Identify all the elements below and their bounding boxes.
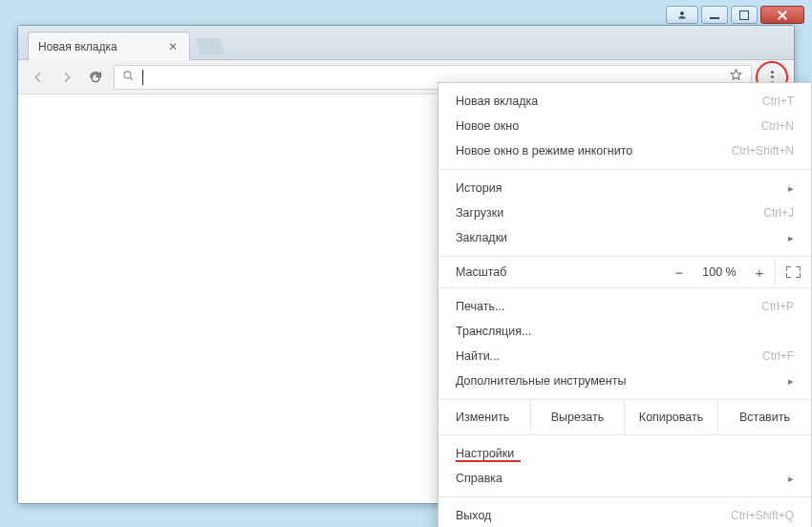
menu-edit-row: Изменить Вырезать Копировать Вставить <box>438 400 811 434</box>
profile-button[interactable] <box>666 6 698 24</box>
menu-history[interactable]: История ▸ <box>438 176 811 200</box>
menu-item-label: Новое окно в режиме инкогнито <box>456 144 632 158</box>
menu-find[interactable]: Найти... Ctrl+F <box>438 344 811 369</box>
menu-exit[interactable]: Выход Ctrl+Shift+Q <box>438 503 811 527</box>
menu-item-label: Справка <box>456 472 502 485</box>
menu-new-tab[interactable]: Новая вкладка Ctrl+T <box>438 89 811 114</box>
back-button[interactable] <box>28 67 49 88</box>
zoom-value: 100 % <box>694 265 744 279</box>
menu-item-shortcut: Ctrl+F <box>762 349 794 363</box>
search-icon <box>122 69 135 86</box>
edit-paste-button[interactable]: Вставить <box>717 400 811 434</box>
zoom-in-button[interactable]: + <box>744 259 775 285</box>
chevron-right-icon: ▸ <box>788 182 794 195</box>
edit-cut-button[interactable]: Вырезать <box>530 400 624 434</box>
menu-new-window[interactable]: Новое окно Ctrl+N <box>438 114 811 138</box>
new-tab-button[interactable] <box>195 38 226 55</box>
zoom-controls: − 100 % + <box>664 259 811 285</box>
menu-item-shortcut: Ctrl+Shift+N <box>732 144 794 158</box>
reload-button[interactable] <box>85 67 106 88</box>
menu-incognito[interactable]: Новое окно в режиме инкогнито Ctrl+Shift… <box>438 138 811 163</box>
menu-item-label: Новая вкладка <box>456 95 538 108</box>
chevron-right-icon: ▸ <box>788 473 794 485</box>
fullscreen-icon <box>796 266 801 271</box>
menu-cast[interactable]: Трансляция... <box>438 319 811 344</box>
menu-settings[interactable]: Настройки <box>438 441 811 466</box>
menu-print[interactable]: Печать... Ctrl+P <box>438 294 811 319</box>
zoom-label: Масштаб <box>456 265 664 279</box>
fullscreen-icon <box>786 266 791 271</box>
menu-item-label: Загрузки <box>456 206 503 220</box>
menu-item-label: Выход <box>456 509 491 522</box>
menu-item-shortcut: Ctrl+T <box>762 95 794 108</box>
fullscreen-button[interactable] <box>775 259 811 285</box>
forward-button[interactable] <box>56 67 77 88</box>
menu-zoom-row: Масштаб − 100 % + <box>438 257 811 287</box>
svg-point-0 <box>124 71 131 77</box>
browser-menu: Новая вкладка Ctrl+T Новое окно Ctrl+N Н… <box>438 82 812 527</box>
tabstrip: Новая вкладка ✕ <box>18 26 794 60</box>
tab-title: Новая вкладка <box>38 40 118 53</box>
edit-label: Изменить <box>438 400 530 434</box>
menu-item-shortcut: Ctrl+P <box>761 300 794 313</box>
close-window-button[interactable] <box>760 6 804 24</box>
menu-item-label: Найти... <box>456 349 500 363</box>
kebab-dot-icon <box>771 75 774 78</box>
menu-item-label: Настройки <box>456 447 514 460</box>
fullscreen-icon <box>786 273 791 278</box>
text-cursor <box>142 70 143 85</box>
menu-section-history: История ▸ Загрузки Ctrl+J Закладки ▸ <box>438 170 811 256</box>
menu-bookmarks[interactable]: Закладки ▸ <box>438 225 811 250</box>
chevron-right-icon: ▸ <box>788 232 794 244</box>
menu-item-shortcut: Ctrl+Shift+Q <box>731 509 794 522</box>
menu-moretools[interactable]: Дополнительные инструменты ▸ <box>438 369 811 393</box>
menu-item-label: История <box>456 181 502 195</box>
menu-help[interactable]: Справка ▸ <box>438 466 811 491</box>
chevron-right-icon: ▸ <box>788 375 794 388</box>
menu-section-tools: Печать... Ctrl+P Трансляция... Найти... … <box>438 288 811 399</box>
fullscreen-icon <box>796 273 801 278</box>
menu-item-label: Дополнительные инструменты <box>456 374 626 388</box>
browser-tab[interactable]: Новая вкладка ✕ <box>28 32 190 60</box>
zoom-out-button[interactable]: − <box>664 259 694 285</box>
menu-item-shortcut: Ctrl+N <box>761 119 794 133</box>
menu-section-exit: Выход Ctrl+Shift+Q <box>438 497 811 527</box>
menu-item-label: Новое окно <box>456 119 519 133</box>
kebab-dot-icon <box>771 71 774 74</box>
window-titlebar <box>666 6 804 24</box>
menu-item-shortcut: Ctrl+J <box>763 206 794 220</box>
menu-item-label: Закладки <box>456 231 507 244</box>
menu-section-newtabs: Новая вкладка Ctrl+T Новое окно Ctrl+N Н… <box>438 83 811 169</box>
menu-item-label: Трансляция... <box>456 325 531 338</box>
minimize-button[interactable] <box>701 6 728 24</box>
edit-copy-button[interactable]: Копировать <box>624 400 717 434</box>
maximize-button[interactable] <box>731 6 758 24</box>
menu-item-label: Изменить <box>456 411 509 424</box>
menu-item-label: Печать... <box>456 300 504 313</box>
menu-section-settings: Настройки Справка ▸ <box>438 435 811 496</box>
menu-downloads[interactable]: Загрузки Ctrl+J <box>438 200 811 225</box>
tab-close-icon[interactable]: ✕ <box>166 40 180 53</box>
